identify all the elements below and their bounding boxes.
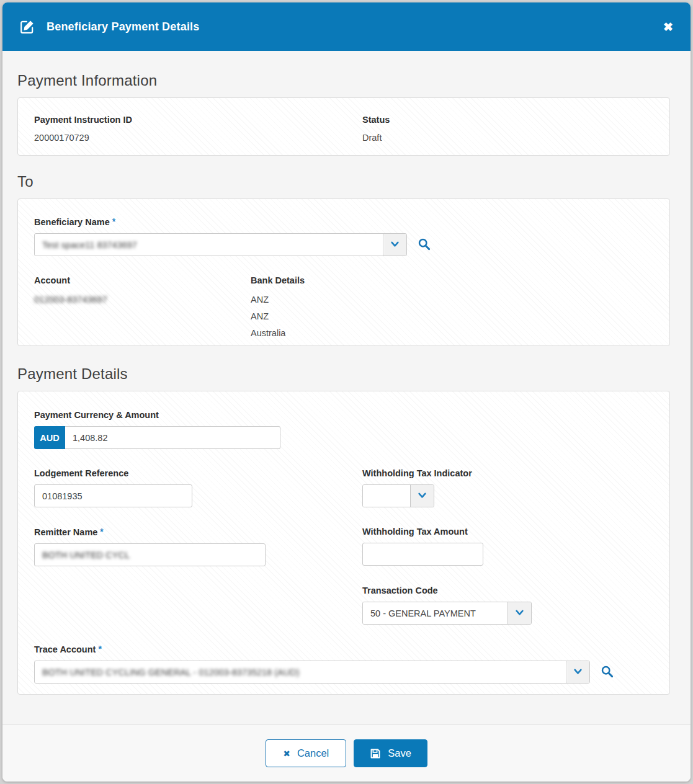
bank-details-line: Australia (251, 325, 653, 342)
withholding-tax-amount-input[interactable] (362, 543, 483, 566)
trace-account-select[interactable]: BOTH UNITED CYCLING GENERAL - 012003-837… (34, 661, 590, 684)
beneficiary-dropdown-button[interactable] (383, 234, 406, 256)
withholding-tax-indicator-value (363, 485, 410, 507)
withholding-tax-indicator-select[interactable] (362, 484, 434, 507)
payment-instruction-id-field: Payment Instruction ID 20000170729 (34, 115, 362, 143)
payment-amount-group: AUD (34, 426, 280, 449)
trace-account-search-button[interactable] (601, 665, 614, 680)
remitter-name-field: Remitter Name* BOTH UNITED CYCL (34, 527, 362, 566)
withholding-tax-amount-field: Withholding Tax Amount (362, 527, 653, 566)
lodgement-reference-field: Lodgement Reference (34, 468, 362, 507)
account-field: Account 012003-83743697 (34, 275, 251, 342)
beneficiary-name-label: Beneficiary Name* (34, 216, 653, 227)
to-heading: To (17, 173, 670, 190)
payment-currency-amount-label: Payment Currency & Amount (34, 410, 653, 420)
save-button[interactable]: Save (354, 739, 427, 767)
account-value: 012003-83743697 (34, 295, 107, 305)
withholding-tax-indicator-label: Withholding Tax Indicator (362, 468, 653, 478)
chevron-down-icon (418, 491, 427, 502)
transaction-code-value: 50 - GENERAL PAYMENT (363, 602, 507, 624)
magnifier-icon (418, 238, 431, 252)
close-button[interactable]: ✖ (663, 21, 673, 33)
lodgement-reference-label: Lodgement Reference (34, 468, 362, 478)
withholding-tax-amount-label: Withholding Tax Amount (362, 527, 653, 537)
edit-icon (20, 19, 35, 34)
beneficiary-name-select[interactable]: Test space11 83743697 (34, 233, 407, 256)
trace-account-dropdown-button[interactable] (566, 661, 589, 683)
currency-badge: AUD (34, 426, 65, 449)
modal-title: Beneficiary Payment Details (47, 20, 200, 33)
close-icon: ✖ (663, 20, 673, 33)
transaction-code-dropdown-button[interactable] (507, 602, 531, 624)
payment-instruction-id-label: Payment Instruction ID (34, 115, 362, 125)
chevron-down-icon (390, 239, 400, 251)
chevron-down-icon (573, 667, 583, 678)
remitter-name-value: BOTH UNITED CYCL (42, 550, 130, 560)
magnifier-icon (601, 665, 614, 680)
withholding-tax-indicator-dropdown-button[interactable] (410, 485, 434, 507)
required-asterisk: * (112, 216, 115, 226)
modal-footer: ✖ Cancel Save (2, 724, 691, 782)
remitter-name-label: Remitter Name* (34, 527, 362, 537)
trace-account-label: Trace Account* (34, 644, 653, 654)
payment-instruction-id-value: 20000170729 (34, 133, 89, 143)
payment-information-card: Payment Instruction ID 20000170729 Statu… (17, 97, 670, 156)
required-asterisk: * (100, 527, 103, 537)
required-asterisk: * (98, 644, 101, 654)
bank-details-field: Bank Details ANZ ANZ Australia (251, 275, 653, 342)
modal-body: Payment Information Payment Instruction … (2, 51, 691, 724)
payment-details-heading: Payment Details (17, 365, 670, 383)
beneficiary-search-button[interactable] (418, 238, 431, 252)
bank-details-line: ANZ (251, 308, 653, 325)
modal-title-bar: Beneficiary Payment Details ✖ (2, 2, 691, 51)
transaction-code-label: Transaction Code (362, 586, 653, 595)
status-label: Status (362, 115, 653, 125)
status-field: Status Draft (362, 115, 653, 143)
transaction-code-select[interactable]: 50 - GENERAL PAYMENT (362, 602, 532, 625)
chevron-down-icon (515, 608, 524, 619)
payment-information-heading: Payment Information (17, 72, 670, 89)
cancel-button[interactable]: ✖ Cancel (266, 739, 346, 767)
payment-details-card: Payment Currency & Amount AUD Lodgement … (17, 391, 670, 695)
cancel-button-label: Cancel (297, 747, 329, 759)
bank-details-line: ANZ (251, 292, 653, 308)
save-button-label: Save (388, 747, 411, 759)
cancel-x-icon: ✖ (283, 749, 290, 759)
account-label: Account (34, 275, 251, 285)
remitter-name-input[interactable]: BOTH UNITED CYCL (34, 543, 266, 566)
beneficiary-name-value: Test space11 83743697 (35, 234, 383, 256)
to-card: Beneficiary Name* Test space11 83743697 (17, 198, 670, 346)
beneficiary-payment-details-modal: Beneficiary Payment Details ✖ Payment In… (2, 2, 691, 782)
trace-account-value: BOTH UNITED CYCLING GENERAL - 012003-837… (35, 661, 566, 683)
withholding-tax-indicator-field: Withholding Tax Indicator (362, 468, 653, 507)
status-value: Draft (362, 133, 382, 143)
floppy-disk-icon (370, 748, 381, 759)
payment-amount-input[interactable] (65, 426, 280, 449)
transaction-code-field: Transaction Code 50 - GENERAL PAYMENT (362, 586, 653, 625)
trace-account-field: Trace Account* BOTH UNITED CYCLING GENER… (34, 644, 653, 684)
lodgement-reference-input[interactable] (34, 484, 192, 507)
bank-details-label: Bank Details (251, 275, 653, 285)
